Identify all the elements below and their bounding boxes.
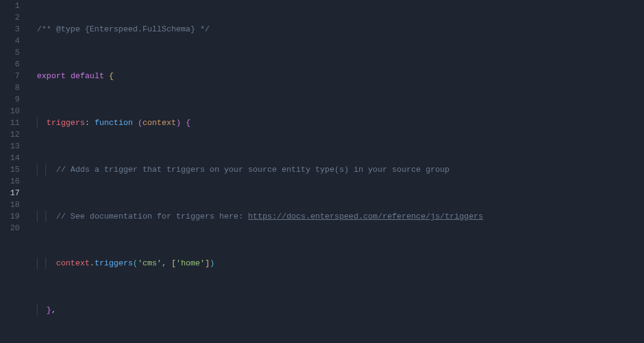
brace: { bbox=[186, 118, 191, 127]
line-number[interactable]: 16 bbox=[0, 176, 20, 187]
keyword: export bbox=[37, 71, 66, 81]
keyword: default bbox=[71, 71, 105, 81]
comment: // See documentation for triggers here: bbox=[56, 212, 248, 221]
code-line[interactable]: // See documentation for triggers here: … bbox=[30, 211, 644, 222]
code-line[interactable]: context.triggers('cms', ['home']) bbox=[30, 257, 644, 269]
line-number[interactable]: 17 bbox=[0, 187, 20, 199]
code-line[interactable]: /** @type {Enterspeed.FullSchema} */ bbox=[30, 23, 644, 35]
paren: ) bbox=[176, 118, 181, 127]
line-number[interactable]: 20 bbox=[0, 222, 20, 234]
punct: , bbox=[51, 305, 56, 315]
paren: ( bbox=[133, 259, 138, 268]
line-number[interactable]: 4 bbox=[0, 35, 20, 47]
line-number[interactable]: 10 bbox=[0, 105, 20, 117]
line-number[interactable]: 15 bbox=[0, 164, 20, 176]
line-number[interactable]: 13 bbox=[0, 140, 20, 152]
line-number-gutter: 1 2 3 4 5 6 7 8 9 10 11 12 13 14 15 16 1… bbox=[0, 0, 30, 343]
line-number[interactable]: 9 bbox=[0, 94, 20, 105]
punct: . bbox=[90, 259, 95, 268]
method: triggers bbox=[95, 259, 133, 268]
paren: ) bbox=[210, 259, 215, 268]
line-number[interactable]: 8 bbox=[0, 82, 20, 94]
line-number[interactable]: 11 bbox=[0, 117, 20, 129]
line-number[interactable]: 2 bbox=[0, 12, 20, 23]
comment: // Adds a trigger that triggers on your … bbox=[56, 165, 450, 174]
property: triggers bbox=[47, 118, 85, 127]
line-number[interactable]: 19 bbox=[0, 211, 20, 222]
line-number[interactable]: 5 bbox=[0, 47, 20, 59]
line-number[interactable]: 14 bbox=[0, 152, 20, 164]
code-line[interactable]: export default { bbox=[30, 70, 644, 82]
bracket: ] bbox=[205, 259, 210, 268]
line-number[interactable]: 18 bbox=[0, 199, 20, 211]
code-line[interactable]: triggers: function (context) { bbox=[30, 117, 644, 129]
param: context bbox=[143, 118, 177, 127]
brace: { bbox=[109, 71, 114, 81]
string: 'cms' bbox=[138, 259, 162, 268]
line-number[interactable]: 6 bbox=[0, 59, 20, 70]
line-number[interactable]: 7 bbox=[0, 70, 20, 82]
line-number[interactable]: 1 bbox=[0, 0, 20, 12]
line-number[interactable]: 12 bbox=[0, 129, 20, 140]
paren: ( bbox=[138, 118, 143, 127]
identifier: context bbox=[56, 259, 90, 268]
keyword: function bbox=[95, 118, 133, 127]
comment: /** @type {Enterspeed.FullSchema} */ bbox=[37, 25, 210, 34]
code-line[interactable]: }, bbox=[30, 304, 644, 316]
punct: , bbox=[162, 259, 167, 268]
code-editor[interactable]: /** @type {Enterspeed.FullSchema} */ exp… bbox=[30, 0, 644, 343]
link[interactable]: https://docs.enterspeed.com/reference/js… bbox=[248, 212, 483, 221]
punct: : bbox=[85, 118, 90, 127]
code-line[interactable]: // Adds a trigger that triggers on your … bbox=[30, 164, 644, 176]
line-number[interactable]: 3 bbox=[0, 23, 20, 35]
string: 'home' bbox=[176, 259, 205, 268]
